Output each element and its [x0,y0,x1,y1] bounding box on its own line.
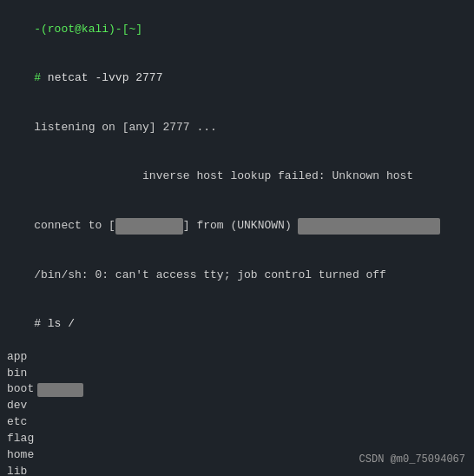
listening-line: listening on [any] 2777 ... [7,103,467,153]
prompt-line: -(root@kali)-[~] [7,5,467,55]
prompt-user: -(root@kali)-[~] [34,23,142,36]
blurred-boot: ████████ [37,383,83,397]
dir-app: app [7,349,467,366]
prompt-hash: # [34,71,48,84]
dir-boot: boot████████ [7,381,467,398]
dir-dev: dev [7,398,467,414]
watermark: CSDN @m0_75094067 [359,453,465,466]
inverse-host-line: inverse host lookup failed: Unknown host [7,153,467,202]
binsh-line: /bin/sh: 0: can't access tty; job contro… [7,251,467,301]
dir-bin: bin [7,366,467,382]
dir-flag: flag [7,431,467,447]
ls-command: # ls / [7,300,467,349]
blurred-ip-2: ███████ ████ ████████ [298,218,440,235]
dir-etc: etc [7,414,467,431]
blurred-ip-1: ██████████ [115,218,183,235]
netcat-command: # netcat -lvvp 2777 [7,55,467,104]
command-text: netcat -lvvp 2777 [48,71,163,84]
connect-line: connect to [██████████] from (UNKNOWN) █… [7,202,467,251]
terminal-window: -(root@kali)-[~] # netcat -lvvp 2777 lis… [0,0,474,476]
